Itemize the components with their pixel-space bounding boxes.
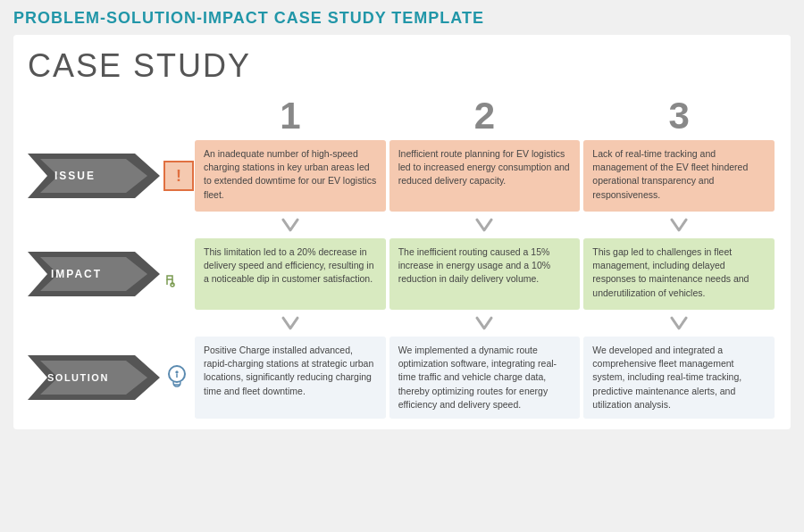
- solution-icon: [160, 361, 194, 395]
- chevron-icon-3: [669, 217, 689, 233]
- impact-icon: [162, 258, 194, 290]
- impact-label-text: IMPACT: [51, 268, 102, 280]
- chevron-icon-5: [474, 315, 494, 331]
- solution-label-text: SOLUTION: [47, 372, 109, 383]
- chevron-1-3: [582, 213, 776, 237]
- chevron-1-1: [193, 213, 388, 237]
- impact-content-3: This gap led to challenges in fleet mana…: [583, 238, 775, 310]
- solution-arrow: SOLUTION: [28, 355, 184, 400]
- solution-content-3: We developed and integrated a comprehens…: [583, 337, 775, 419]
- page-title: PROBLEM-SOLUTION-IMPACT CASE STUDY TEMPL…: [13, 9, 791, 28]
- impact-label-cell: IMPACT: [28, 237, 193, 312]
- number-2: 2: [388, 94, 582, 138]
- number-3: 3: [582, 94, 776, 138]
- chevron-icon-6: [669, 315, 689, 331]
- impact-content-1: This limitation led to a 20% decrease in…: [195, 238, 386, 310]
- label-empty-1: [28, 94, 193, 138]
- issue-icon: !: [163, 161, 194, 191]
- impact-content-2: The inefficient routing caused a 15% inc…: [389, 238, 581, 310]
- case-study-card: CASE STUDY 1 2 3 ISSUE: [13, 35, 791, 429]
- chevron-label-empty: [28, 213, 193, 237]
- chevron-icon-4: [281, 315, 300, 331]
- issue-content-3: Lack of real-time tracking and managemen…: [583, 140, 775, 212]
- issue-arrow: ISSUE !: [28, 154, 184, 198]
- issue-label-cell: ISSUE !: [28, 138, 193, 213]
- chevron-2-1: [193, 312, 388, 335]
- chevron-label-empty-2: [28, 312, 193, 335]
- solution-content-1: Positive Charge installed advanced, rapi…: [195, 337, 386, 419]
- solution-label-cell: SOLUTION: [28, 335, 193, 420]
- case-study-heading: CASE STUDY: [28, 47, 776, 85]
- chevron-icon-1: [281, 217, 300, 233]
- issue-label-text: ISSUE: [54, 170, 96, 182]
- issue-content-1: An inadequate number of high-speed charg…: [195, 140, 386, 212]
- chevron-2-3: [582, 312, 776, 335]
- chevron-2-2: [388, 312, 582, 335]
- svg-rect-0: [167, 276, 172, 279]
- issue-content-2: Inefficient route planning for EV logist…: [389, 140, 581, 212]
- chevron-1-2: [388, 213, 582, 237]
- chevron-icon-2: [474, 217, 494, 233]
- impact-arrow: IMPACT: [28, 252, 184, 296]
- page-wrapper: PROBLEM-SOLUTION-IMPACT CASE STUDY TEMPL…: [0, 0, 804, 532]
- solution-content-2: We implemented a dynamic route optimizat…: [389, 337, 581, 419]
- number-1: 1: [193, 94, 388, 138]
